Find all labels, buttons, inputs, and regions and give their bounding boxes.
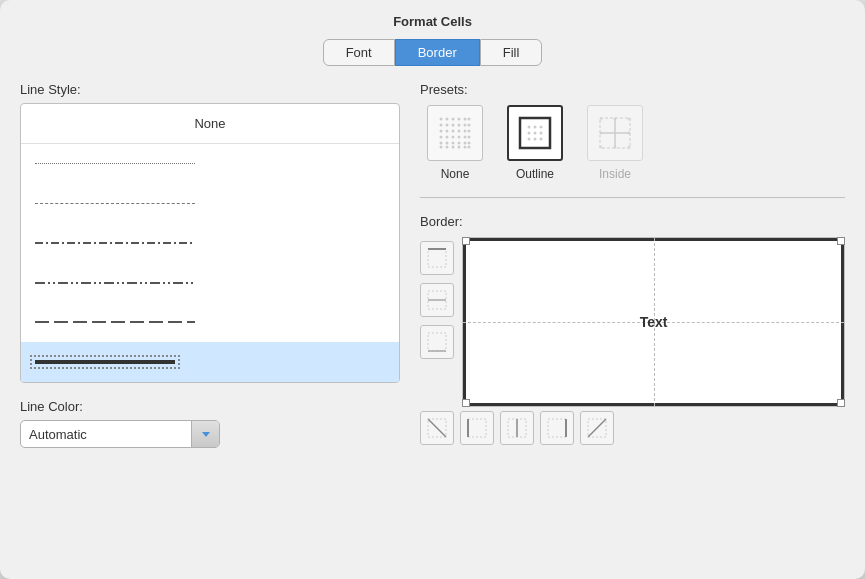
- color-label: Line Color:: [20, 399, 400, 414]
- color-section: Line Color: Automatic: [20, 399, 400, 448]
- svg-point-29: [458, 142, 461, 145]
- svg-point-11: [458, 124, 461, 127]
- border-top-btn[interactable]: [420, 241, 454, 275]
- line-style-thick[interactable]: [21, 342, 399, 382]
- svg-point-17: [458, 130, 461, 133]
- preset-inside[interactable]: Inside: [580, 105, 650, 181]
- svg-point-35: [458, 146, 461, 149]
- preset-none-label: None: [441, 167, 470, 181]
- border-top-icon: [426, 247, 448, 269]
- border-diag-tr-bl-btn[interactable]: [580, 411, 614, 445]
- svg-point-24: [464, 136, 467, 139]
- corner-handle-tl: [462, 237, 470, 245]
- border-bottom-btn[interactable]: [420, 325, 454, 359]
- svg-point-36: [464, 146, 467, 149]
- svg-point-34: [452, 146, 455, 149]
- format-cells-dialog: Format Cells Font Border Fill Line Style…: [0, 0, 865, 579]
- dashed-small-line: [35, 203, 195, 204]
- preset-none-icon: [427, 105, 483, 161]
- corner-handle-tr: [837, 237, 845, 245]
- svg-point-8: [440, 124, 443, 127]
- svg-point-30: [464, 142, 467, 145]
- preset-outline[interactable]: Outline: [500, 105, 570, 181]
- color-dropdown[interactable]: Automatic: [20, 420, 220, 448]
- preset-inside-label: Inside: [599, 167, 631, 181]
- divider: [420, 197, 845, 198]
- svg-point-16: [452, 130, 455, 133]
- svg-rect-59: [428, 249, 446, 267]
- svg-point-39: [534, 126, 537, 129]
- svg-point-41: [528, 132, 531, 135]
- svg-point-32: [440, 146, 443, 149]
- svg-rect-71: [548, 419, 566, 437]
- svg-point-23: [458, 136, 461, 139]
- line-style-dash-dot[interactable]: [21, 223, 399, 263]
- border-bottom-btns: [420, 407, 845, 445]
- tab-fill[interactable]: Fill: [480, 39, 543, 66]
- left-panel: Line Style: None: [20, 82, 400, 559]
- color-value: Automatic: [21, 427, 191, 442]
- svg-point-31: [468, 142, 471, 145]
- line-style-dash-dot2[interactable]: [21, 263, 399, 303]
- svg-rect-63: [428, 333, 446, 351]
- tab-font[interactable]: Font: [323, 39, 395, 66]
- svg-point-19: [468, 130, 471, 133]
- svg-point-44: [528, 138, 531, 141]
- border-left-only-btn[interactable]: [460, 411, 494, 445]
- corner-handle-br: [837, 399, 845, 407]
- corner-handle-bl: [462, 399, 470, 407]
- line-style-dashed-small[interactable]: [21, 184, 399, 224]
- svg-point-13: [468, 124, 471, 127]
- svg-point-38: [528, 126, 531, 129]
- line-style-none[interactable]: None: [21, 104, 399, 144]
- svg-marker-0: [202, 432, 210, 437]
- svg-point-40: [540, 126, 543, 129]
- svg-point-12: [464, 124, 467, 127]
- dash-dot-line: [35, 242, 195, 244]
- svg-point-42: [534, 132, 537, 135]
- dash-dot2-line: [35, 282, 195, 284]
- line-preview-dash-dot2: [35, 276, 195, 290]
- line-preview-long-dash: [35, 315, 195, 329]
- line-style-long-dash[interactable]: [21, 303, 399, 343]
- svg-line-74: [588, 419, 606, 437]
- svg-point-21: [446, 136, 449, 139]
- svg-point-20: [440, 136, 443, 139]
- border-left-controls: [420, 237, 454, 407]
- svg-point-25: [468, 136, 471, 139]
- color-dropdown-arrow[interactable]: [191, 421, 219, 447]
- preset-outline-svg: [517, 115, 553, 151]
- svg-rect-67: [468, 419, 486, 437]
- svg-point-2: [440, 118, 443, 121]
- svg-point-45: [534, 138, 537, 141]
- tab-border[interactable]: Border: [395, 39, 480, 66]
- border-middle-h-icon: [426, 289, 448, 311]
- svg-point-5: [458, 118, 461, 121]
- svg-line-66: [428, 419, 446, 437]
- border-label: Border:: [420, 214, 845, 229]
- dotted-line: [35, 163, 195, 164]
- line-preview-dashed-small: [35, 196, 195, 210]
- tab-bar: Font Border Fill: [0, 29, 865, 66]
- border-vert-mid-btn[interactable]: [500, 411, 534, 445]
- svg-point-15: [446, 130, 449, 133]
- preset-none-svg: [437, 115, 473, 151]
- svg-point-26: [440, 142, 443, 145]
- svg-point-6: [464, 118, 467, 121]
- border-right-only-btn[interactable]: [540, 411, 574, 445]
- svg-point-3: [446, 118, 449, 121]
- svg-point-27: [446, 142, 449, 145]
- line-style-dotted-fine[interactable]: [21, 144, 399, 184]
- border-vert-mid-icon: [506, 417, 528, 439]
- svg-point-46: [540, 138, 543, 141]
- border-preview[interactable]: Text: [462, 237, 845, 407]
- border-diag-tl-br-btn[interactable]: [420, 411, 454, 445]
- border-right-only-icon: [546, 417, 568, 439]
- border-middle-h-btn[interactable]: [420, 283, 454, 317]
- svg-point-37: [468, 146, 471, 149]
- svg-point-4: [452, 118, 455, 121]
- line-style-list[interactable]: None: [20, 103, 400, 383]
- preset-none[interactable]: None: [420, 105, 490, 181]
- border-bottom-icon: [426, 331, 448, 353]
- svg-point-28: [452, 142, 455, 145]
